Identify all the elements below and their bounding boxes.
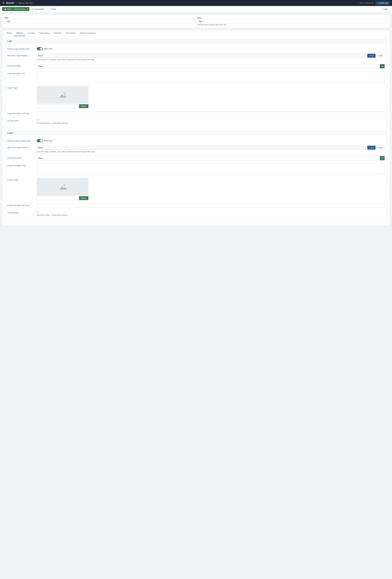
login-description-textarea[interactable]: [37, 72, 385, 82]
login-description-text-label: Login Description Text: [7, 72, 35, 74]
tab-options[interactable]: Options: [14, 30, 25, 36]
logout-no-description-hint: Decorative Image - no description requir…: [37, 214, 68, 216]
logout-no-description-content: Decorative Image - no description requir…: [37, 211, 385, 216]
login-redirect-toggle[interactable]: [37, 47, 43, 50]
login-no-description-hint: Decorative Image - no description requir…: [37, 122, 68, 124]
logout-redirect-input[interactable]: [37, 146, 367, 150]
login-redirect-hint: If no menu item is selected, users will …: [37, 59, 385, 61]
external-icon: ↗: [377, 2, 379, 4]
associations-icon: ⇄: [32, 8, 34, 10]
brand-name: Joomla!: [6, 2, 14, 4]
logout-image-label: Logout Image: [7, 178, 35, 181]
logout-redirect-toggle[interactable]: [37, 139, 43, 142]
login-image-alt-input[interactable]: [37, 112, 385, 116]
logout-redirect-hint: If no menu item is selected, users will …: [37, 151, 385, 153]
help-button[interactable]: ? Help: [381, 7, 390, 11]
logout-description-text-content: [37, 164, 385, 175]
logout-redirect-edit-button[interactable]: ✏ Edit: [367, 146, 376, 150]
login-image-input-row: Select: [37, 104, 88, 108]
version-shortcut: ⌘ 6.0.0-alpha1-dev: [359, 2, 374, 4]
title-alias-row: Title * Alias The Alias will be used as …: [2, 14, 390, 28]
logout-image-select-button[interactable]: Select: [79, 196, 88, 200]
choose-logout-redirect-content: Menu Item: [37, 139, 385, 142]
tabs-nav: Details Options Link Type Page Display M…: [2, 30, 390, 36]
save-icon: 💾: [4, 8, 6, 10]
logout-no-description-checkbox[interactable]: [37, 211, 39, 213]
login-no-description-label: No Description: [7, 119, 35, 122]
login-image-placeholder: [37, 86, 88, 104]
associations-button[interactable]: ⇄ Associations: [30, 7, 46, 11]
navbar-right: ⌘ 6.0.0-alpha1-dev ↗ JCM5 User: [359, 1, 390, 5]
tabs-container: Details Options Link Type Page Display M…: [2, 30, 390, 225]
logout-no-description-checkbox-row: [37, 211, 39, 213]
save-button[interactable]: 💾 Save: [2, 7, 13, 11]
tab-link-type[interactable]: Link Type: [25, 30, 37, 36]
toggle-slider: [37, 47, 43, 50]
logout-image-path-input[interactable]: [37, 196, 79, 200]
logout-toggle-wrapper: Menu Item: [37, 139, 385, 142]
close-icon: ✕: [49, 8, 51, 10]
main-content: Title * Alias The Alias will be used as …: [0, 12, 392, 228]
login-description-select-wrapper: Show Hide ▾: [37, 64, 385, 68]
logout-description-select[interactable]: Show Hide: [37, 156, 385, 160]
login-image-content: Select: [37, 86, 385, 108]
login-no-description-checkbox[interactable]: [37, 119, 39, 121]
navbar: ✖ Joomla! ≡ Menus: Edit Item ⌘ 6.0.0-alp…: [0, 0, 392, 6]
logout-image-alt-input[interactable]: [37, 204, 385, 208]
login-description-row: Login Description Show Hide ▾: [7, 63, 385, 70]
choose-login-redirect-content: Menu Item: [37, 47, 385, 50]
login-description-text-row: Login Description Text: [7, 70, 385, 84]
login-image-select-button[interactable]: Select: [79, 104, 88, 108]
login-section-header: Login: [5, 39, 387, 43]
close-button[interactable]: ✕ Close: [47, 7, 58, 11]
hamburger-icon[interactable]: ≡: [16, 2, 17, 4]
page-title: Menus: Edit Item: [18, 2, 33, 4]
menu-item-logout-redirect-row: Menu Item Logout Redirect ✏ Edit ✕ Clear: [7, 144, 385, 154]
menu-item-logout-redirect-label: Menu Item Logout Redirect: [7, 146, 35, 148]
alias-label: Alias: [197, 17, 388, 19]
login-description-text-content: [37, 72, 385, 82]
alias-hint: The Alias will be used as part of the UR…: [197, 24, 388, 26]
login-redirect-input[interactable]: [37, 54, 367, 58]
save-dropdown-button[interactable]: ▾: [26, 7, 29, 11]
logout-image-description-label: Image Description (Alt Text): [7, 204, 35, 206]
logout-description-row: Logout Description Show Hide ▾: [7, 154, 385, 162]
choose-logout-redirect-type-row: Choose Logout Redirect Type Menu Item: [7, 138, 385, 144]
logout-section-body: Choose Logout Redirect Type Menu Item: [5, 135, 387, 220]
save-close-button[interactable]: Save & Close: [13, 7, 26, 11]
logout-description-textarea[interactable]: [37, 164, 385, 175]
login-no-description-content: Decorative Image - no description requir…: [37, 119, 385, 124]
login-description-content: Show Hide ▾: [37, 64, 385, 68]
logout-image-input-row: Select: [37, 196, 88, 200]
tab-module-assignment[interactable]: Module Assignment: [78, 30, 98, 36]
login-description-select[interactable]: Show Hide: [37, 64, 385, 68]
login-image-path-input[interactable]: [37, 104, 79, 108]
menu-item-login-redirect-row: Menu Item Login Redirect ✏ Edit ✕ Clear: [7, 52, 385, 63]
logout-section-header: Logout: [5, 131, 387, 135]
logout-image-row: Logout Image: [7, 176, 385, 202]
logout-no-description-checkbox-wrapper: Decorative Image - no description requir…: [37, 211, 385, 216]
tab-details[interactable]: Details: [4, 30, 14, 36]
logout-description-content: Show Hide ▾: [37, 156, 385, 160]
image-placeholder-icon: [59, 91, 67, 98]
login-no-description-checkbox-row: [37, 119, 39, 121]
logout-section: Logout Choose Logout Redirect Type Menu: [5, 131, 387, 220]
tab-page-display[interactable]: Page Display: [37, 30, 52, 36]
login-redirect-edit-button[interactable]: ✏ Edit: [367, 54, 376, 58]
login-redirect-clear-button[interactable]: ✕ Clear: [376, 54, 385, 58]
alias-input[interactable]: [197, 19, 388, 23]
menu-item-login-redirect-label: Menu Item Login Redirect: [7, 54, 35, 57]
login-section: Login Choose Login Redirect Type Menu It: [5, 39, 387, 128]
tab-associations[interactable]: Associations: [64, 30, 78, 36]
user-button[interactable]: ↗ JCM5 User: [375, 1, 390, 5]
logout-redirect-clear-button[interactable]: ✕ Clear: [376, 146, 385, 150]
title-input[interactable]: [4, 19, 195, 23]
toggle-label: Menu Item: [44, 48, 52, 50]
logout-no-description-row: No Description Decorative Image - no des…: [7, 209, 385, 218]
login-image-row: Login Image: [7, 84, 385, 110]
toggle-wrapper: Menu Item: [37, 47, 385, 50]
svg-point-1: [63, 92, 65, 94]
login-image-label: Login Image: [7, 86, 35, 89]
save-close-label: Save & Close: [14, 8, 25, 10]
tab-metadata[interactable]: Metadata: [52, 30, 64, 36]
